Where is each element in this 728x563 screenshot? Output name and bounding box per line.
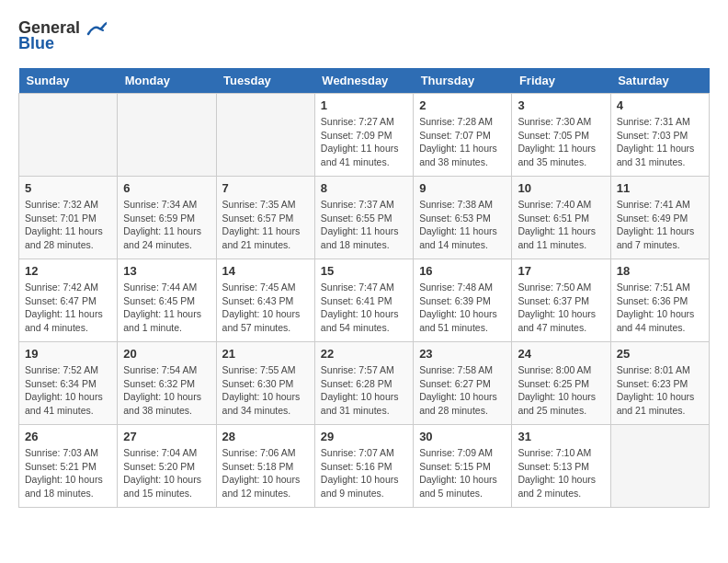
day-number: 30 [419, 430, 506, 443]
day-info: Sunrise: 7:51 AMSunset: 6:36 PMDaylight:… [617, 281, 703, 335]
day-info: Sunrise: 7:52 AMSunset: 6:34 PMDaylight:… [25, 363, 111, 418]
table-row [118, 94, 216, 177]
table-row: 2Sunrise: 7:28 AMSunset: 7:07 PMDaylight… [414, 94, 512, 177]
day-number: 14 [222, 264, 309, 278]
logo-blue-text: Blue [18, 34, 54, 53]
day-info: Sunrise: 7:30 AMSunset: 7:05 PMDaylight:… [518, 115, 604, 169]
table-row: 8Sunrise: 7:37 AMSunset: 6:55 PMDaylight… [314, 177, 413, 259]
day-number: 18 [617, 264, 703, 278]
table-row: 5Sunrise: 7:32 AMSunset: 7:01 PMDaylight… [19, 177, 118, 259]
day-info: Sunrise: 8:01 AMSunset: 6:23 PMDaylight:… [617, 363, 703, 418]
day-number: 29 [321, 430, 407, 443]
day-number: 6 [123, 181, 210, 195]
calendar-header-row: Sunday Monday Tuesday Wednesday Thursday… [19, 68, 710, 94]
table-row: 23Sunrise: 7:58 AMSunset: 6:27 PMDayligh… [414, 342, 512, 425]
table-row: 13Sunrise: 7:44 AMSunset: 6:45 PMDayligh… [118, 259, 216, 342]
day-info: Sunrise: 7:57 AMSunset: 6:28 PMDaylight:… [321, 363, 407, 418]
day-info: Sunrise: 7:34 AMSunset: 6:59 PMDaylight:… [123, 198, 210, 252]
table-row: 19Sunrise: 7:52 AMSunset: 6:34 PMDayligh… [19, 342, 118, 425]
calendar-week-row: 12Sunrise: 7:42 AMSunset: 6:47 PMDayligh… [19, 259, 710, 342]
header-wednesday: Wednesday [314, 68, 413, 94]
header-thursday: Thursday [414, 68, 512, 94]
day-info: Sunrise: 7:42 AMSunset: 6:47 PMDaylight:… [25, 281, 111, 335]
table-row: 25Sunrise: 8:01 AMSunset: 6:23 PMDayligh… [610, 342, 709, 425]
day-number: 3 [518, 98, 604, 112]
day-number: 22 [321, 347, 407, 361]
table-row: 3Sunrise: 7:30 AMSunset: 7:05 PMDaylight… [512, 94, 610, 177]
day-number: 4 [617, 98, 703, 112]
day-info: Sunrise: 7:27 AMSunset: 7:09 PMDaylight:… [321, 115, 407, 169]
day-number: 26 [25, 430, 111, 443]
table-row [610, 425, 709, 508]
table-row: 17Sunrise: 7:50 AMSunset: 6:37 PMDayligh… [512, 259, 610, 342]
day-info: Sunrise: 7:50 AMSunset: 6:37 PMDaylight:… [518, 281, 604, 335]
day-number: 15 [321, 264, 407, 278]
page-header: General Blue [18, 18, 710, 53]
table-row: 6Sunrise: 7:34 AMSunset: 6:59 PMDaylight… [118, 177, 216, 259]
day-info: Sunrise: 7:07 AMSunset: 5:16 PMDaylight:… [321, 446, 407, 500]
logo-bird-icon [86, 21, 107, 38]
table-row: 20Sunrise: 7:54 AMSunset: 6:32 PMDayligh… [118, 342, 216, 425]
day-info: Sunrise: 7:54 AMSunset: 6:32 PMDaylight:… [123, 363, 210, 418]
table-row: 30Sunrise: 7:09 AMSunset: 5:15 PMDayligh… [414, 425, 512, 508]
day-info: Sunrise: 7:58 AMSunset: 6:27 PMDaylight:… [419, 363, 506, 418]
day-number: 17 [518, 264, 604, 278]
day-number: 16 [419, 264, 506, 278]
calendar-week-row: 1Sunrise: 7:27 AMSunset: 7:09 PMDaylight… [19, 94, 710, 177]
day-info: Sunrise: 7:32 AMSunset: 7:01 PMDaylight:… [25, 198, 111, 252]
header-sunday: Sunday [19, 68, 118, 94]
day-number: 28 [222, 430, 309, 443]
day-info: Sunrise: 7:40 AMSunset: 6:51 PMDaylight:… [518, 198, 604, 252]
table-row: 12Sunrise: 7:42 AMSunset: 6:47 PMDayligh… [19, 259, 118, 342]
day-number: 7 [222, 181, 309, 195]
day-info: Sunrise: 7:41 AMSunset: 6:49 PMDaylight:… [617, 198, 703, 252]
header-monday: Monday [118, 68, 216, 94]
day-number: 25 [617, 347, 703, 361]
table-row: 4Sunrise: 7:31 AMSunset: 7:03 PMDaylight… [610, 94, 709, 177]
calendar-week-row: 19Sunrise: 7:52 AMSunset: 6:34 PMDayligh… [19, 342, 710, 425]
calendar-table: Sunday Monday Tuesday Wednesday Thursday… [18, 68, 710, 508]
day-number: 21 [222, 347, 309, 361]
day-number: 19 [25, 347, 111, 361]
day-info: Sunrise: 7:28 AMSunset: 7:07 PMDaylight:… [419, 115, 506, 169]
day-info: Sunrise: 7:31 AMSunset: 7:03 PMDaylight:… [617, 115, 703, 169]
day-info: Sunrise: 7:06 AMSunset: 5:18 PMDaylight:… [222, 446, 309, 500]
table-row: 15Sunrise: 7:47 AMSunset: 6:41 PMDayligh… [314, 259, 413, 342]
day-info: Sunrise: 7:10 AMSunset: 5:13 PMDaylight:… [518, 446, 604, 500]
day-number: 1 [321, 98, 407, 112]
day-number: 2 [419, 98, 506, 112]
calendar-week-row: 26Sunrise: 7:03 AMSunset: 5:21 PMDayligh… [19, 425, 710, 508]
table-row: 28Sunrise: 7:06 AMSunset: 5:18 PMDayligh… [216, 425, 314, 508]
day-info: Sunrise: 7:04 AMSunset: 5:20 PMDaylight:… [123, 446, 210, 500]
day-info: Sunrise: 7:47 AMSunset: 6:41 PMDaylight:… [321, 281, 407, 335]
day-number: 10 [518, 181, 604, 195]
day-info: Sunrise: 7:37 AMSunset: 6:55 PMDaylight:… [321, 198, 407, 252]
day-number: 8 [321, 181, 407, 195]
day-info: Sunrise: 7:45 AMSunset: 6:43 PMDaylight:… [222, 281, 309, 335]
day-number: 20 [123, 347, 210, 361]
day-number: 9 [419, 181, 506, 195]
table-row: 29Sunrise: 7:07 AMSunset: 5:16 PMDayligh… [314, 425, 413, 508]
table-row: 1Sunrise: 7:27 AMSunset: 7:09 PMDaylight… [314, 94, 413, 177]
day-number: 27 [123, 430, 210, 443]
table-row: 31Sunrise: 7:10 AMSunset: 5:13 PMDayligh… [512, 425, 610, 508]
table-row: 24Sunrise: 8:00 AMSunset: 6:25 PMDayligh… [512, 342, 610, 425]
day-info: Sunrise: 8:00 AMSunset: 6:25 PMDaylight:… [518, 363, 604, 418]
day-number: 24 [518, 347, 604, 361]
table-row: 9Sunrise: 7:38 AMSunset: 6:53 PMDaylight… [414, 177, 512, 259]
table-row: 21Sunrise: 7:55 AMSunset: 6:30 PMDayligh… [216, 342, 314, 425]
table-row: 18Sunrise: 7:51 AMSunset: 6:36 PMDayligh… [610, 259, 709, 342]
table-row: 7Sunrise: 7:35 AMSunset: 6:57 PMDaylight… [216, 177, 314, 259]
day-number: 5 [25, 181, 111, 195]
table-row: 16Sunrise: 7:48 AMSunset: 6:39 PMDayligh… [414, 259, 512, 342]
table-row: 26Sunrise: 7:03 AMSunset: 5:21 PMDayligh… [19, 425, 118, 508]
day-number: 23 [419, 347, 506, 361]
logo: General Blue [18, 18, 107, 53]
day-number: 31 [518, 430, 604, 443]
header-friday: Friday [512, 68, 610, 94]
table-row: 10Sunrise: 7:40 AMSunset: 6:51 PMDayligh… [512, 177, 610, 259]
day-info: Sunrise: 7:55 AMSunset: 6:30 PMDaylight:… [222, 363, 309, 418]
header-tuesday: Tuesday [216, 68, 314, 94]
table-row [216, 94, 314, 177]
table-row: 22Sunrise: 7:57 AMSunset: 6:28 PMDayligh… [314, 342, 413, 425]
